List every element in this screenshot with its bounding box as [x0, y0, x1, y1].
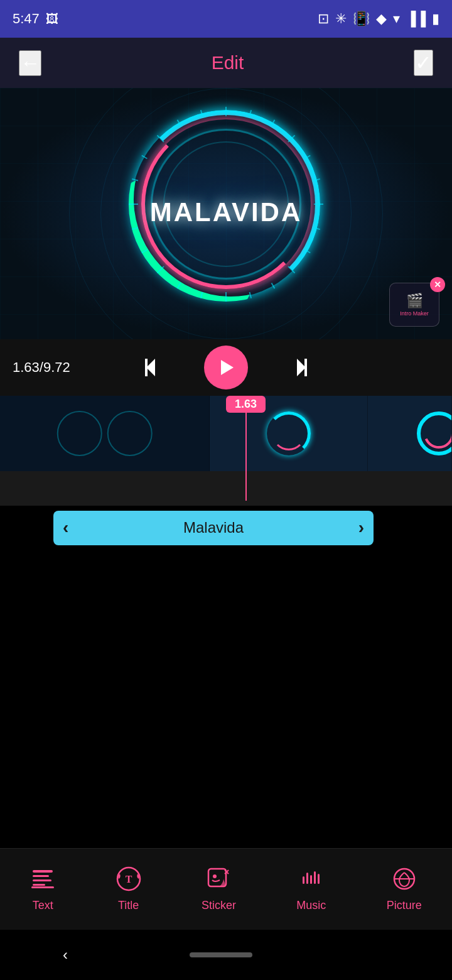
svg-line-15: [157, 266, 164, 273]
picture-icon: [392, 866, 417, 895]
system-back-button[interactable]: ‹: [63, 946, 68, 964]
text-icon: [30, 866, 55, 895]
svg-line-14: [178, 283, 181, 289]
bottom-nav: Text T Title Sticker: [0, 848, 452, 930]
svg-point-29: [58, 411, 102, 455]
watermark-label: Intro Maker: [400, 310, 429, 317]
svg-line-7: [314, 228, 320, 230]
page-title: Edit: [212, 52, 244, 74]
confirm-button[interactable]: ✓: [414, 50, 433, 76]
watermark-close[interactable]: ✕: [430, 277, 445, 292]
svg-rect-36: [33, 884, 45, 886]
svg-point-30: [108, 411, 152, 455]
svg-rect-25: [145, 359, 148, 376]
svg-line-3: [288, 135, 295, 142]
play-button[interactable]: [204, 346, 248, 389]
strip-frame-3: [368, 396, 452, 471]
time-display: 5:47: [13, 11, 40, 27]
system-nav: ‹: [0, 930, 452, 980]
svg-rect-34: [33, 875, 49, 877]
top-bar: ← Edit ✓: [0, 38, 452, 88]
svg-line-5: [314, 179, 320, 181]
svg-line-1: [250, 110, 252, 116]
svg-rect-43: [306, 873, 308, 884]
svg-line-22: [178, 120, 181, 126]
timeline-area[interactable]: 1.63 ‹ Malavida ›: [0, 396, 452, 550]
track-name: Malavida: [183, 519, 244, 536]
svg-line-16: [142, 250, 148, 253]
status-right: ⊡ ✳ 📳 ◆ ▾ ▐▐ ▮: [318, 11, 439, 27]
music-icon: [299, 866, 324, 895]
svg-point-32: [425, 420, 452, 447]
prev-button[interactable]: [144, 356, 166, 379]
strip-frame-1: [0, 396, 210, 471]
status-bar: 5:47 🖼 ⊡ ✳ 📳 ◆ ▾ ▐▐ ▮: [0, 0, 452, 38]
time-counter: 1.63/9.72: [13, 359, 70, 376]
timeline-marker: 1.63: [226, 396, 266, 501]
nav-item-title[interactable]: T Title: [116, 866, 141, 912]
nav-item-picture[interactable]: Picture: [387, 866, 422, 912]
svg-rect-45: [314, 871, 316, 884]
watermark-icon: 🎬: [406, 293, 423, 309]
text-track[interactable]: ‹ Malavida ›: [0, 506, 452, 550]
nav-text-label: Text: [33, 899, 53, 912]
boost-icon: ◆: [376, 11, 387, 27]
nav-item-text[interactable]: Text: [30, 866, 55, 912]
back-button[interactable]: ←: [19, 50, 41, 76]
svg-line-2: [272, 120, 275, 126]
svg-rect-28: [304, 359, 307, 376]
wifi-icon: ▾: [393, 11, 400, 27]
nav-sticker-label: Sticker: [202, 899, 236, 912]
preview-background: MALAVIDA ✕ 🎬 Intro Maker: [0, 88, 452, 339]
cast-icon: ⊡: [318, 11, 329, 27]
svg-rect-42: [303, 876, 304, 884]
nav-item-sticker[interactable]: Sticker: [202, 866, 236, 912]
marker-line: [245, 413, 247, 501]
mini-ring: [267, 411, 311, 455]
svg-rect-35: [33, 879, 51, 881]
svg-line-23: [201, 110, 203, 116]
svg-text:T: T: [125, 874, 132, 885]
svg-line-10: [272, 283, 275, 289]
svg-line-17: [132, 228, 138, 230]
watermark: ✕ 🎬 Intro Maker: [389, 283, 439, 327]
track-prev-arrow[interactable]: ‹: [63, 518, 68, 538]
svg-marker-24: [146, 359, 155, 376]
marker-time: 1.63: [226, 396, 266, 413]
empty-space: [0, 550, 452, 700]
status-left: 5:47 🖼: [13, 11, 58, 27]
vibrate-icon: 📳: [353, 11, 370, 27]
nav-music-label: Music: [296, 899, 326, 912]
battery-icon: ▮: [432, 11, 439, 27]
svg-marker-26: [221, 360, 234, 375]
svg-marker-27: [297, 359, 306, 376]
text-track-inner[interactable]: ‹ Malavida ›: [53, 511, 374, 545]
svg-line-20: [142, 156, 148, 159]
track-next-arrow[interactable]: ›: [358, 518, 364, 538]
nav-picture-label: Picture: [387, 899, 422, 912]
bluetooth-icon: ✳: [335, 11, 347, 27]
svg-line-4: [305, 156, 311, 159]
nav-title-label: Title: [118, 899, 139, 912]
svg-line-19: [132, 179, 138, 181]
svg-line-9: [288, 266, 295, 273]
svg-line-11: [250, 292, 252, 298]
svg-rect-37: [31, 886, 54, 888]
svg-rect-46: [318, 874, 320, 884]
preview-main-text: MALAVIDA: [150, 197, 303, 227]
notification-icon: 🖼: [46, 12, 58, 26]
title-icon: T: [116, 866, 141, 895]
preview-area: MALAVIDA ✕ 🎬 Intro Maker: [0, 88, 452, 339]
svg-line-13: [201, 292, 203, 298]
svg-line-8: [305, 250, 311, 253]
controls-area: 1.63/9.72: [0, 339, 452, 396]
sticker-icon: [206, 866, 231, 895]
home-indicator[interactable]: [190, 952, 252, 957]
svg-point-41: [213, 874, 217, 878]
svg-rect-33: [33, 870, 53, 873]
signal-icon: ▐▐: [406, 11, 426, 27]
nav-item-music[interactable]: Music: [296, 866, 326, 912]
svg-line-21: [157, 135, 164, 142]
next-button[interactable]: [286, 356, 308, 379]
svg-rect-44: [310, 875, 312, 884]
